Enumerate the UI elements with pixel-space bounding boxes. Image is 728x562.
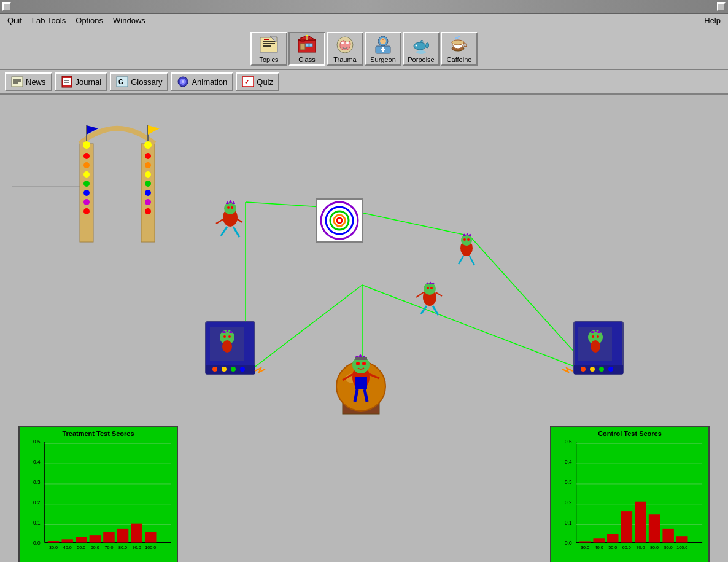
- caffeine-icon: [449, 35, 469, 55]
- svg-text:80.0: 80.0: [118, 545, 127, 550]
- svg-rect-179: [579, 541, 591, 542]
- tab-quiz[interactable]: ✓ Quiz: [236, 72, 279, 91]
- tab-animation-label: Animation: [192, 77, 227, 87]
- tab-animation[interactable]: Animation: [171, 72, 233, 91]
- svg-rect-74: [316, 199, 362, 242]
- svg-point-122: [599, 367, 604, 372]
- menu-labtools[interactable]: Lab Tools: [27, 15, 71, 26]
- tab-glossary[interactable]: G Glossary: [110, 72, 168, 91]
- toolbar-btn-class[interactable]: Class: [288, 32, 325, 66]
- toolbar-btn-porpoise[interactable]: Porpoise: [403, 32, 440, 66]
- svg-text:40.0: 40.0: [63, 545, 72, 550]
- svg-point-83: [231, 206, 233, 209]
- svg-point-117: [597, 335, 599, 338]
- svg-text:0.0: 0.0: [33, 541, 41, 546]
- trauma-icon: [335, 35, 355, 55]
- svg-point-97: [430, 287, 433, 289]
- svg-point-24: [416, 44, 417, 46]
- svg-point-54: [83, 162, 90, 168]
- svg-point-91: [467, 238, 470, 241]
- svg-rect-181: [593, 538, 604, 542]
- svg-text:80.0: 80.0: [650, 545, 659, 550]
- menu-help[interactable]: Help: [699, 15, 726, 26]
- surgeon-label: Surgeon: [370, 56, 396, 63]
- svg-rect-162: [131, 524, 142, 543]
- title-bar-resize[interactable]: [717, 2, 726, 11]
- svg-text:60.0: 60.0: [91, 545, 99, 550]
- svg-point-25: [416, 50, 426, 54]
- tab-journal[interactable]: Journal: [55, 72, 108, 91]
- svg-point-53: [83, 153, 90, 159]
- charts-area: Treatment Test Scores 0.0 0.1 0.2 0.3 0.…: [0, 426, 728, 562]
- svg-point-64: [145, 190, 151, 196]
- svg-point-59: [83, 208, 90, 214]
- toolbar-btn-caffeine[interactable]: Caffeine: [441, 32, 478, 66]
- tab-news-label: News: [26, 77, 46, 87]
- svg-point-60: [145, 153, 151, 159]
- svg-rect-189: [649, 514, 660, 542]
- menu-windows[interactable]: Windows: [108, 15, 150, 26]
- caffeine-label: Caffeine: [447, 56, 472, 63]
- topics-icon: [259, 35, 279, 55]
- svg-rect-158: [103, 532, 114, 542]
- svg-point-107: [222, 340, 232, 353]
- treatment-chart: Treatment Test Scores 0.0 0.1 0.2 0.3 0.…: [18, 426, 178, 562]
- svg-text:0.2: 0.2: [565, 500, 572, 505]
- svg-rect-160: [117, 529, 128, 543]
- secondary-bar: News Journal G Glossary Animation ✓: [0, 70, 728, 95]
- svg-text:100.0: 100.0: [145, 545, 156, 550]
- svg-point-89: [461, 235, 472, 246]
- toolbar-btn-trauma[interactable]: Trauma: [327, 32, 363, 66]
- svg-rect-154: [76, 537, 87, 542]
- control-chart: Control Test Scores 0.0 0.1 0.2 0.3 0.4 …: [550, 426, 710, 562]
- svg-text:0.5: 0.5: [33, 439, 41, 445]
- tab-quiz-label: Quiz: [257, 77, 273, 87]
- trauma-label: Trauma: [333, 56, 357, 63]
- svg-point-96: [427, 287, 429, 289]
- toolbar-btn-topics[interactable]: Topics: [250, 32, 287, 66]
- svg-point-129: [356, 362, 360, 365]
- toolbar: Topics Class: [0, 28, 728, 70]
- svg-text:G: G: [118, 79, 123, 85]
- class-label: Class: [298, 56, 316, 63]
- svg-point-61: [145, 162, 151, 168]
- toolbar-btn-surgeon[interactable]: Surgeon: [365, 32, 401, 66]
- svg-rect-152: [61, 539, 72, 542]
- svg-point-130: [362, 362, 366, 365]
- svg-point-62: [145, 171, 151, 178]
- svg-point-40: [182, 80, 184, 83]
- menu-options[interactable]: Options: [71, 15, 108, 26]
- svg-rect-187: [635, 502, 646, 543]
- svg-point-27: [452, 40, 464, 45]
- svg-text:0.3: 0.3: [33, 480, 41, 485]
- svg-point-112: [240, 367, 245, 372]
- svg-text:30.0: 30.0: [581, 545, 589, 550]
- title-bar-button[interactable]: [2, 2, 11, 11]
- menu-bar: Quit Lab Tools Options Windows Help: [0, 14, 728, 28]
- svg-point-58: [83, 199, 90, 205]
- svg-text:0.0: 0.0: [565, 541, 572, 546]
- porpoise-icon: [411, 35, 431, 55]
- svg-text:90.0: 90.0: [133, 545, 141, 550]
- animation-scene: [0, 95, 728, 426]
- svg-rect-9: [306, 44, 309, 47]
- glossary-tab-icon: G: [116, 76, 128, 88]
- svg-rect-193: [676, 536, 687, 542]
- tab-news[interactable]: News: [5, 72, 52, 91]
- svg-text:✓: ✓: [244, 79, 249, 85]
- svg-rect-5: [264, 39, 269, 40]
- svg-text:60.0: 60.0: [622, 545, 631, 550]
- title-bar: [0, 0, 728, 14]
- quiz-tab-icon: ✓: [242, 76, 254, 88]
- svg-point-109: [212, 367, 217, 372]
- menu-quit[interactable]: Quit: [2, 15, 27, 26]
- svg-point-123: [608, 367, 613, 372]
- svg-text:50.0: 50.0: [77, 545, 85, 550]
- svg-point-105: [223, 335, 226, 338]
- svg-point-55: [83, 171, 90, 178]
- svg-rect-183: [607, 534, 618, 542]
- svg-point-56: [83, 181, 90, 187]
- svg-text:0.1: 0.1: [565, 520, 572, 526]
- svg-text:0.2: 0.2: [33, 500, 41, 505]
- surgeon-icon: [373, 35, 393, 55]
